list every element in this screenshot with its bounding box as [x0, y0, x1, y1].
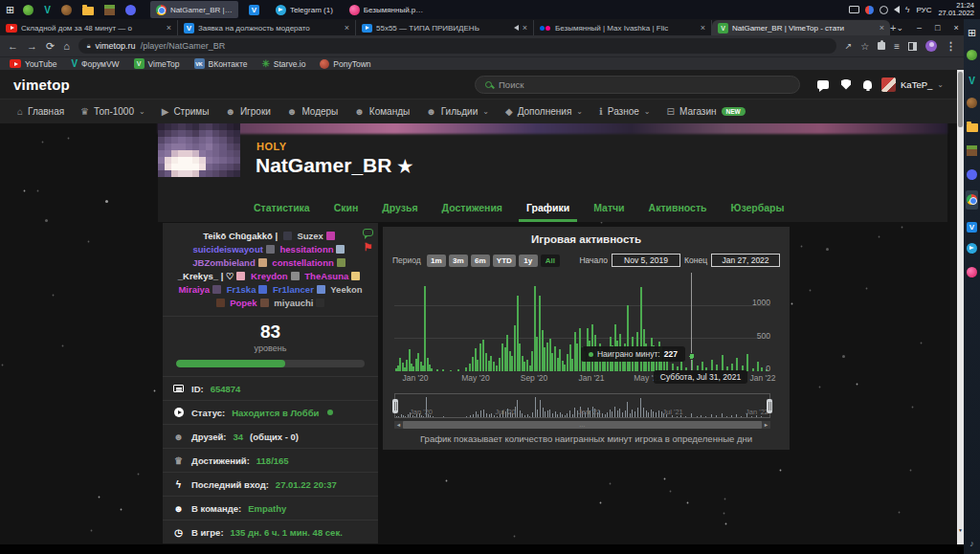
nav-item-Топ-1000[interactable]: ♛Топ-1000⌄ [80, 106, 145, 117]
vimeworld-icon[interactable]: V [967, 222, 977, 233]
nav-item-Магазин[interactable]: ⊟МагазинNEW [667, 106, 746, 117]
forward-button[interactable]: → [27, 41, 37, 52]
bookmark-ВКонтакте[interactable]: VKВКонтакте [194, 58, 248, 69]
color-circle-icon[interactable] [865, 6, 874, 14]
profile-tab-Матчи[interactable]: Матчи [593, 193, 624, 222]
profile-tab-Юзербары[interactable]: Юзербары [731, 193, 785, 222]
browser-tab-3[interactable]: Безымянный | Max Ivashka | Flic× [534, 20, 712, 35]
friend-link[interactable]: Popek [230, 298, 257, 308]
nav-item-Команды[interactable]: ☻Команды [354, 106, 410, 117]
nav-item-Гильдии[interactable]: ☻Гильдии⌄ [426, 106, 489, 117]
friend-link[interactable]: Teikō Chūgakkō | [203, 231, 280, 241]
window-control-3[interactable]: × [953, 23, 958, 33]
bell-icon[interactable] [863, 80, 872, 89]
profile-icon[interactable] [925, 40, 937, 52]
discord-icon[interactable] [967, 169, 977, 180]
browser-tab-1[interactable]: VЗаявка на должность модерато× [178, 20, 356, 35]
bookmark-ФорумVW[interactable]: VФорумVW [71, 58, 119, 69]
star-outline-icon[interactable]: ☆ [860, 41, 869, 52]
nav-item-Главная[interactable]: ⌂Главная [17, 106, 64, 117]
nav-item-Игроки[interactable]: ☻Игроки [225, 106, 270, 117]
friend-link[interactable]: TheAsuna [304, 271, 348, 281]
shield-icon[interactable] [841, 79, 851, 90]
period-button-1y[interactable]: 1y [519, 255, 538, 267]
minecraft-icon[interactable] [967, 145, 977, 156]
period-button-All[interactable]: All [541, 255, 560, 267]
telegram-icon[interactable] [967, 243, 977, 254]
chat-icon[interactable] [817, 80, 829, 89]
scroll-right-arrow[interactable]: ► [762, 422, 770, 428]
page-scrollbar[interactable]: ▼ [957, 70, 964, 544]
window-control-2[interactable]: □ [935, 23, 940, 33]
note-icon[interactable]: ♪ [964, 539, 980, 548]
friend-link[interactable]: hessitationn [280, 244, 334, 255]
sidebar-box-icon[interactable] [908, 42, 917, 51]
keyboard-language[interactable]: РУС [916, 6, 931, 14]
squirrel-icon[interactable] [61, 5, 72, 15]
tab-close-icon[interactable]: × [880, 23, 884, 33]
friend-link[interactable]: Kreydon [251, 271, 288, 281]
window-control-0[interactable]: ⌄ [896, 23, 903, 33]
home-button[interactable]: ⌂ [63, 41, 70, 52]
navigator-handle-left[interactable] [392, 399, 398, 413]
monitor-icon[interactable] [849, 6, 859, 13]
nav-item-Дополнения[interactable]: ◆Дополнения⌄ [505, 106, 583, 117]
leaf-icon[interactable] [23, 5, 33, 15]
profile-tab-Активность[interactable]: Активность [649, 193, 707, 222]
share-icon[interactable]: ↗ [845, 41, 853, 51]
extensions-icon[interactable] [878, 42, 885, 50]
discord-icon[interactable] [125, 5, 136, 15]
forum-v-icon[interactable]: V [44, 5, 51, 15]
friend-link[interactable]: Fr1ska [227, 284, 256, 295]
friend-link[interactable]: Suzex [297, 231, 323, 241]
bookmark-PonyTown[interactable]: PonyTown [320, 59, 370, 69]
chrome-icon[interactable] [967, 194, 977, 205]
friend-link[interactable]: constellationn [272, 257, 333, 268]
taskbar-window-chrome[interactable]: NatGamer_BR | Vim... [150, 1, 238, 18]
friend-link[interactable]: _Krekys_ | ♡ [178, 271, 234, 281]
navigator-handle-right[interactable] [767, 399, 772, 413]
friend-link[interactable]: JBZombieland [192, 257, 255, 268]
bookmark-Starve.io[interactable]: ✳Starve.io [261, 58, 305, 69]
period-button-6m[interactable]: 6m [471, 255, 490, 267]
profile-tab-Графики[interactable]: Графики [526, 193, 569, 222]
windows-start-icon[interactable]: ⊞ [6, 4, 14, 16]
leaf-icon[interactable] [967, 50, 977, 60]
chart-scrollbar[interactable]: ◄⋯► [394, 421, 770, 429]
address-bar[interactable]: 🔒︎ vimetop.ru/player/NatGamer_BR [78, 38, 836, 54]
report-flag-icon[interactable]: ⚑ [364, 240, 373, 254]
nav-item-Стримы[interactable]: ▶Стримы [162, 106, 210, 117]
list-icon[interactable]: ≡ [894, 41, 900, 52]
back-button[interactable]: ← [8, 41, 18, 52]
bookmark-VimeTop[interactable]: VVimeTop [134, 58, 180, 69]
friend-link[interactable]: Yeekon [330, 284, 362, 295]
menu-dots-icon[interactable]: ⋮ [946, 40, 956, 53]
browser-tab-0[interactable]: Складной дом за 48 минут — о× [0, 20, 178, 35]
range-end-input[interactable] [711, 254, 780, 267]
search-input[interactable]: Поиск [475, 76, 800, 94]
squirrel-icon[interactable] [967, 98, 977, 108]
period-button-YTD[interactable]: YTD [493, 255, 516, 267]
tab-close-icon[interactable]: × [701, 23, 705, 33]
profile-tab-Друзья[interactable]: Друзья [382, 193, 417, 222]
friend-link[interactable]: miyauchi [274, 298, 313, 308]
tab-close-icon[interactable]: × [167, 23, 171, 33]
volume-icon[interactable] [894, 6, 900, 13]
tab-close-icon[interactable]: × [345, 23, 349, 33]
profile-tab-Статистика[interactable]: Статистика [254, 193, 310, 222]
bookmark-YouTube[interactable]: YouTube [10, 59, 56, 69]
nav-item-Модеры[interactable]: ☻Модеры [287, 106, 338, 117]
clan-tag[interactable]: HOLY [256, 141, 287, 152]
friend-link[interactable]: Miraiya [178, 284, 210, 295]
folder-icon[interactable] [82, 7, 94, 15]
windows-start-icon[interactable]: ⊞ [968, 27, 976, 39]
tab-muted-icon[interactable] [514, 25, 519, 31]
tab-close-icon[interactable]: × [523, 23, 527, 33]
usb-icon[interactable]: ϟ [905, 5, 910, 14]
xbox-icon[interactable] [880, 6, 888, 14]
reload-button[interactable]: ⟳ [46, 41, 55, 52]
window-control-1[interactable]: – [917, 23, 922, 33]
forum-v-icon[interactable]: V [969, 76, 975, 86]
folder-icon[interactable] [967, 123, 978, 132]
chart-navigator[interactable]: Jan '20Jul '20Jan '21Jul '21Jan '22 [394, 393, 770, 418]
